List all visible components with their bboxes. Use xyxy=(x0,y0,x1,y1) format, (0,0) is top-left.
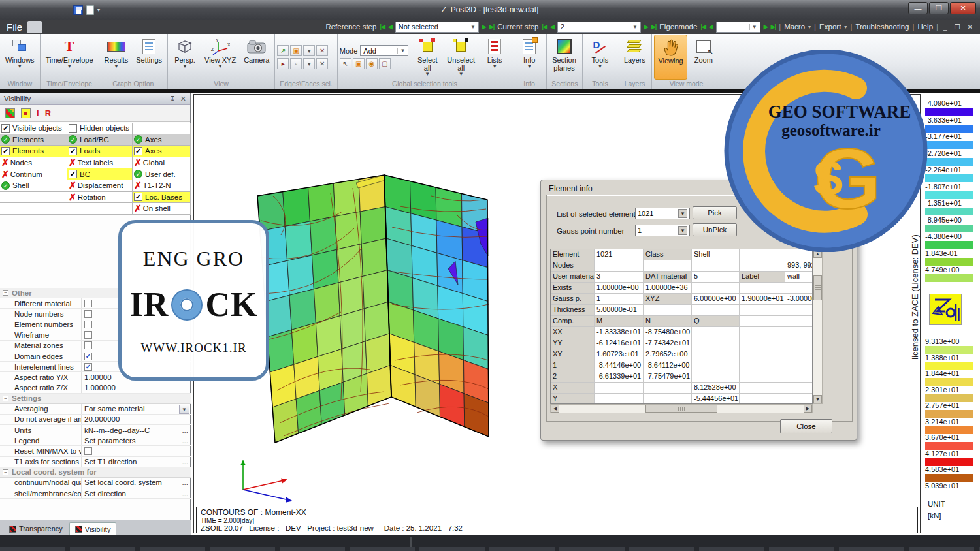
checkbox-icon[interactable] xyxy=(84,310,92,318)
restore-button[interactable]: ❐ xyxy=(929,2,949,14)
doc-close-icon[interactable]: ✕ xyxy=(966,24,975,31)
collapse-icon[interactable]: − xyxy=(3,290,8,296)
new-document-icon[interactable] xyxy=(86,5,94,15)
current-step-first-icon[interactable]: |◀ xyxy=(542,24,546,30)
hscroll-thumb[interactable] xyxy=(645,405,717,413)
selected-elements-select[interactable]: 1021▼ xyxy=(635,208,690,219)
visibility-cell-user-def[interactable]: ✓User def. xyxy=(133,168,191,180)
edge-face-tool-icon[interactable]: ▾ xyxy=(303,58,315,69)
collapse-icon[interactable]: − xyxy=(3,396,8,401)
selection-tool-icon[interactable]: ▣ xyxy=(353,58,365,69)
property-value[interactable]: Set parameters xyxy=(81,435,191,445)
help-menu[interactable]: Help xyxy=(917,23,933,31)
reference-step-first-icon[interactable]: |◀ xyxy=(380,24,384,30)
edge-face-tool-icon[interactable]: ▫ xyxy=(290,58,302,69)
ribbon-button-viewing[interactable]: Viewing xyxy=(654,35,687,80)
pin-icon[interactable]: ↧ xyxy=(170,95,176,103)
collapse-icon[interactable]: − xyxy=(3,469,8,475)
ribbon-button-time-envelope[interactable]: TTime/Envelope▼ xyxy=(42,35,97,80)
reference-step-last-icon[interactable]: ▶| xyxy=(489,24,494,30)
ribbon-button-view-xyz[interactable]: YXZView XYZ▼ xyxy=(201,35,239,80)
checkbox-icon[interactable]: ✓ xyxy=(69,170,77,178)
scroll-left-icon[interactable]: ◀ xyxy=(551,405,559,413)
minimize-button[interactable]: — xyxy=(908,2,928,14)
ellipsis-button[interactable]: ... xyxy=(182,458,188,465)
visibility-cell-on-shell[interactable]: ✗On shell xyxy=(133,203,191,215)
checkbox-icon[interactable] xyxy=(84,321,92,328)
checkbox-icon[interactable] xyxy=(84,300,92,307)
visibility-cell-continum[interactable]: ✗Continum xyxy=(0,168,67,180)
table-horizontal-scrollbar[interactable]: ◀ ▶ xyxy=(550,404,813,413)
collapsed-tab[interactable] xyxy=(27,21,42,33)
visibility-cell-axes[interactable]: ✓Axes xyxy=(133,146,191,157)
eigenmode-select[interactable]: ▼ xyxy=(716,22,760,33)
ribbon-button-select-all[interactable]: Select all▼ xyxy=(412,35,442,80)
current-step-last-icon[interactable]: ▶| xyxy=(651,24,656,30)
checkbox-icon[interactable]: ✓ xyxy=(1,124,10,133)
export-menu[interactable]: Export xyxy=(819,23,841,31)
ellipsis-button[interactable]: ... xyxy=(182,426,188,434)
qat-dropdown-icon[interactable]: ▾ xyxy=(97,7,100,13)
selection-tool-icon[interactable]: ◉ xyxy=(366,58,378,69)
selection-mode-select[interactable]: Add▼ xyxy=(360,45,408,56)
show-elements-icon[interactable] xyxy=(5,108,15,118)
visibility-cell-rotation[interactable]: ✗Rotation xyxy=(67,192,133,204)
property-value[interactable]: Set direction xyxy=(81,488,191,498)
checkbox-icon[interactable] xyxy=(84,341,92,349)
reference-step-prev-icon[interactable]: ◀ xyxy=(388,24,392,30)
property-value[interactable]: Set T1 direction xyxy=(81,457,191,467)
eigenmode-next-icon[interactable]: ▶ xyxy=(764,24,768,30)
ellipsis-button[interactable]: ... xyxy=(182,490,188,497)
ribbon-button-lists[interactable]: Lists▼ xyxy=(480,35,510,80)
property-value[interactable]: For same material xyxy=(81,404,191,414)
ribbon-button-layers[interactable]: Layers xyxy=(619,35,649,80)
eigenmode-first-icon[interactable]: |◀ xyxy=(700,24,705,30)
doc-minimize-icon[interactable]: _ xyxy=(941,24,949,31)
checkbox-icon[interactable]: ✓ xyxy=(69,147,77,155)
table-vertical-scrollbar[interactable]: ▲ ▼ xyxy=(813,249,823,404)
ribbon-button-tools[interactable]: DTools▼ xyxy=(585,35,615,80)
macro-menu[interactable]: Macro xyxy=(784,23,805,31)
ribbon-button-results[interactable]: Results▼ xyxy=(101,35,132,80)
checkbox-icon[interactable]: ✓ xyxy=(134,193,142,201)
ribbon-button-unselect-all[interactable]: Unselect all▼ xyxy=(444,35,478,80)
eigenmode-last-icon[interactable]: ▶| xyxy=(771,24,776,30)
reference-step-select[interactable]: Not selected▼ xyxy=(395,22,479,33)
ribbon-button-camera[interactable]: Camera xyxy=(240,35,272,80)
ribbon-button-zoom[interactable]: ↖Zoom xyxy=(689,35,719,80)
visibility-cell-loads[interactable]: ✓Loads xyxy=(67,146,133,157)
troubleshooting-menu[interactable]: Troubleshooting xyxy=(855,23,909,31)
eigenmode-prev-icon[interactable]: ◀ xyxy=(709,24,713,30)
visibility-cell-axes[interactable]: ✓Axes xyxy=(133,134,191,146)
reference-step-next-icon[interactable]: ▶ xyxy=(482,24,486,30)
scroll-down-icon[interactable]: ▼ xyxy=(813,395,822,403)
visibility-cell-shell[interactable]: ✓Shell xyxy=(0,180,67,192)
visibility-cell-load-bc[interactable]: ✓Load/BC xyxy=(67,134,133,146)
visibility-cell-loc-bases[interactable]: ✓Loc. Bases xyxy=(133,192,191,204)
panel-close-icon[interactable]: ✕ xyxy=(180,95,186,103)
doc-restore-icon[interactable]: ❐ xyxy=(953,24,962,31)
property-value[interactable]: 1.000000 xyxy=(81,383,191,393)
edge-face-tool-icon[interactable]: ▣ xyxy=(290,45,302,56)
checkbox-icon[interactable]: ✓ xyxy=(84,353,92,360)
selection-tool-icon[interactable]: ↖ xyxy=(340,58,351,69)
checkbox-icon[interactable] xyxy=(69,124,77,133)
dropdown-icon[interactable]: ▼ xyxy=(179,405,189,414)
current-step-next-icon[interactable]: ▶ xyxy=(644,24,648,30)
property-value[interactable]: 20.000000 xyxy=(81,415,191,424)
save-icon[interactable] xyxy=(73,5,83,15)
tab-visibility[interactable]: Visibility xyxy=(69,522,117,535)
tab-transparency[interactable]: Transparency xyxy=(4,522,68,535)
scroll-right-icon[interactable]: ▶ xyxy=(804,405,812,413)
ribbon-button-section-planes[interactable]: Section planes xyxy=(549,35,580,80)
ribbon-button-info[interactable]: Info▼ xyxy=(514,35,544,80)
ribbon-button-settings[interactable]: Settings xyxy=(133,35,165,80)
visibility-cell-global[interactable]: ✗Global xyxy=(133,157,191,169)
property-value[interactable] xyxy=(81,446,191,456)
visibility-cell-elements[interactable]: ✓Elements xyxy=(0,134,67,146)
checkbox-icon[interactable]: ✓ xyxy=(134,147,142,155)
visibility-cell-hidden-objects[interactable]: Hidden objects xyxy=(67,123,133,134)
checkbox-icon[interactable] xyxy=(84,447,92,455)
visibility-cell-elements[interactable]: ✓Elements xyxy=(0,146,67,157)
edge-face-tool-icon[interactable]: ▸ xyxy=(277,58,289,69)
